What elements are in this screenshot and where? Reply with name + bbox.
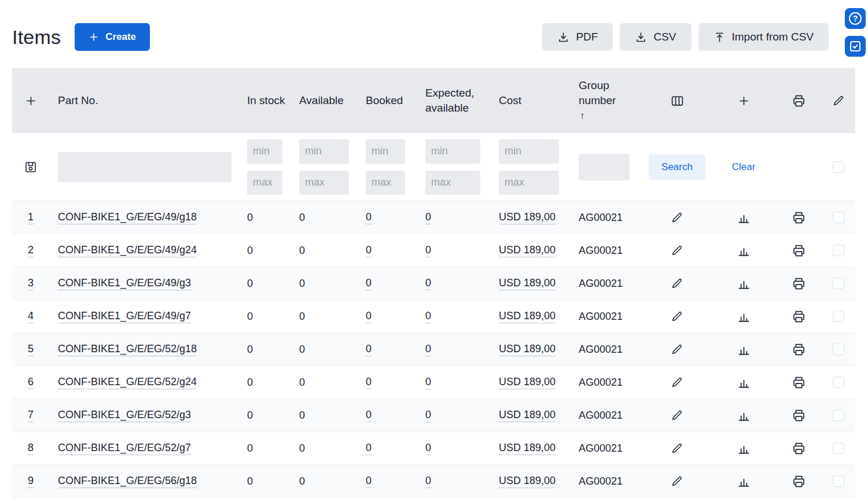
row-checkbox[interactable]	[833, 344, 844, 355]
row-checkbox[interactable]	[833, 376, 844, 388]
help-button[interactable]: ?	[844, 7, 867, 30]
group-number-filter-input[interactable]	[579, 154, 630, 180]
import-csv-button[interactable]: Import from CSV	[698, 23, 829, 51]
cost-link[interactable]: USD 189,00	[499, 343, 556, 356]
bar-chart-icon[interactable]	[737, 475, 751, 488]
expected-available-link[interactable]: 0	[425, 244, 431, 257]
booked-link[interactable]: 0	[366, 442, 372, 455]
clear-button[interactable]: Clear	[732, 161, 756, 173]
row-checkbox[interactable]	[833, 245, 844, 256]
cost-max-input[interactable]	[499, 171, 559, 195]
print-icon[interactable]	[792, 408, 806, 423]
booked-link[interactable]: 0	[366, 211, 372, 224]
part-no-link[interactable]: CONF-BIKE1_G/E/EG/52/g3	[58, 409, 191, 422]
print-icon[interactable]	[792, 94, 806, 108]
print-icon[interactable]	[792, 441, 806, 456]
print-icon[interactable]	[792, 211, 806, 225]
column-header-in-stock[interactable]: In stock	[243, 93, 295, 108]
booked-link[interactable]: 0	[366, 343, 372, 356]
edit-pencil-icon[interactable]	[671, 409, 683, 422]
row-number-link[interactable]: 2	[28, 244, 34, 257]
expected-available-link[interactable]: 0	[425, 475, 431, 488]
edit-pencil-icon[interactable]	[671, 277, 683, 290]
booked-link[interactable]: 0	[366, 310, 372, 323]
expected-available-link[interactable]: 0	[425, 442, 431, 455]
row-checkbox[interactable]	[833, 442, 844, 454]
booked-link[interactable]: 0	[366, 244, 372, 257]
row-number-link[interactable]: 8	[28, 442, 34, 455]
table-columns-icon[interactable]	[670, 94, 685, 108]
bar-chart-icon[interactable]	[737, 244, 751, 257]
edit-pencil-icon[interactable]	[671, 310, 683, 323]
expected-available-link[interactable]: 0	[425, 211, 431, 224]
bar-chart-icon[interactable]	[737, 376, 751, 389]
row-checkbox[interactable]	[833, 311, 844, 322]
edit-pencil-icon[interactable]	[671, 376, 683, 389]
row-checkbox[interactable]	[833, 278, 844, 289]
edit-pencil-icon[interactable]	[671, 343, 683, 356]
save-filter-floppy-icon[interactable]	[24, 160, 38, 174]
available-min-input[interactable]	[299, 139, 349, 164]
column-header-group-number[interactable]: Group number ↑	[572, 78, 642, 123]
booked-link[interactable]: 0	[366, 376, 372, 389]
cost-min-input[interactable]	[499, 139, 559, 164]
row-number-link[interactable]: 6	[28, 376, 34, 389]
part-no-filter-input[interactable]	[58, 152, 231, 182]
column-header-expected-available[interactable]: Expected, available	[418, 86, 493, 115]
expected-available-link[interactable]: 0	[425, 310, 431, 323]
bar-chart-icon[interactable]	[737, 277, 751, 290]
bar-chart-icon[interactable]	[737, 211, 751, 224]
expected-available-link[interactable]: 0	[425, 409, 431, 422]
row-number-link[interactable]: 5	[28, 343, 34, 356]
column-header-part-no[interactable]: Part No.	[49, 93, 243, 108]
tasks-button[interactable]	[844, 35, 867, 58]
expected-max-input[interactable]	[425, 171, 480, 195]
print-icon[interactable]	[792, 276, 806, 291]
booked-min-input[interactable]	[366, 139, 405, 164]
row-checkbox[interactable]	[833, 475, 844, 487]
cost-link[interactable]: USD 189,00	[499, 211, 556, 224]
cost-link[interactable]: USD 189,00	[499, 376, 556, 389]
part-no-link[interactable]: CONF-BIKE1_G/E/EG/49/g24	[58, 244, 197, 257]
expected-available-link[interactable]: 0	[425, 277, 431, 290]
part-no-link[interactable]: CONF-BIKE1_G/E/EG/49/g3	[58, 277, 191, 290]
print-icon[interactable]	[792, 342, 806, 357]
row-number-link[interactable]: 9	[28, 475, 34, 488]
part-no-link[interactable]: CONF-BIKE1_G/E/EG/49/g18	[58, 211, 197, 224]
print-icon[interactable]	[792, 309, 806, 324]
expand-all-plus-icon[interactable]	[25, 95, 37, 107]
bar-chart-icon[interactable]	[737, 310, 751, 323]
edit-pencil-icon[interactable]	[671, 244, 683, 257]
edit-columns-pencil-icon[interactable]	[832, 94, 845, 107]
bar-chart-icon[interactable]	[737, 442, 751, 455]
booked-link[interactable]: 0	[366, 409, 372, 422]
expected-available-link[interactable]: 0	[425, 343, 431, 356]
cost-link[interactable]: USD 189,00	[499, 409, 556, 422]
expected-min-input[interactable]	[425, 139, 480, 164]
row-number-link[interactable]: 1	[28, 211, 34, 224]
expected-available-link[interactable]: 0	[425, 376, 431, 389]
print-icon[interactable]	[792, 243, 806, 258]
search-button[interactable]: Search	[649, 154, 705, 180]
cost-link[interactable]: USD 189,00	[499, 277, 556, 290]
part-no-link[interactable]: CONF-BIKE1_G/E/EG/52/g7	[58, 442, 191, 455]
row-checkbox[interactable]	[833, 409, 844, 421]
booked-link[interactable]: 0	[366, 475, 372, 488]
booked-link[interactable]: 0	[366, 277, 372, 290]
bar-chart-icon[interactable]	[737, 343, 751, 356]
in-stock-min-input[interactable]	[247, 139, 282, 164]
in-stock-max-input[interactable]	[247, 171, 282, 195]
print-icon[interactable]	[792, 474, 806, 489]
column-header-cost[interactable]: Cost	[493, 93, 572, 108]
available-max-input[interactable]	[299, 171, 349, 195]
column-header-booked[interactable]: Booked	[362, 93, 418, 108]
cost-link[interactable]: USD 189,00	[499, 442, 556, 455]
edit-pencil-icon[interactable]	[671, 475, 683, 488]
print-icon[interactable]	[792, 375, 806, 390]
row-checkbox[interactable]	[833, 212, 844, 223]
part-no-link[interactable]: CONF-BIKE1_G/E/EG/52/g18	[58, 343, 197, 356]
edit-pencil-icon[interactable]	[671, 442, 683, 455]
bar-chart-icon[interactable]	[737, 409, 751, 422]
pdf-button[interactable]: PDF	[542, 23, 613, 51]
booked-max-input[interactable]	[366, 171, 405, 195]
